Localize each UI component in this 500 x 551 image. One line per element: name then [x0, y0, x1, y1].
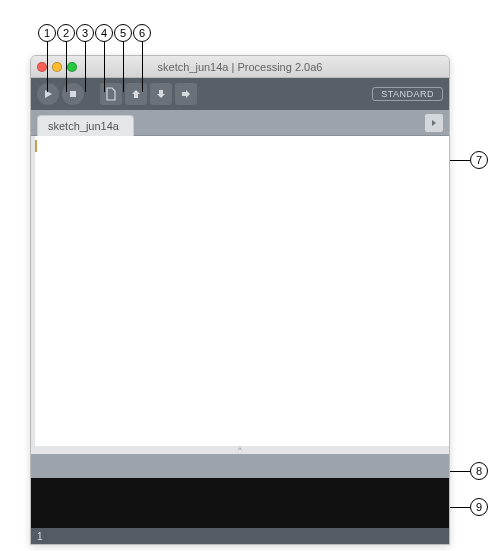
tab-sketch[interactable]: sketch_jun14a: [37, 115, 134, 136]
message-area: [31, 454, 449, 478]
arrow-down-icon: [155, 88, 167, 100]
arrow-up-icon: [130, 88, 142, 100]
svg-rect-1: [70, 91, 76, 97]
zoom-window-button[interactable]: [67, 62, 77, 72]
close-window-button[interactable]: [37, 62, 47, 72]
window-title: sketch_jun14a | Processing 2.0a6: [31, 61, 449, 73]
stop-icon: [68, 89, 78, 99]
traffic-lights: [37, 62, 77, 72]
editor-caret: [35, 140, 37, 152]
document-icon: [105, 87, 117, 101]
leader-2: [66, 42, 67, 92]
callout-5: 5: [114, 24, 132, 42]
splitter-handle[interactable]: ^: [31, 446, 449, 454]
chevron-right-icon: [429, 118, 439, 128]
mode-button[interactable]: STANDARD: [372, 87, 443, 101]
leader-9: [450, 507, 470, 508]
titlebar: sketch_jun14a | Processing 2.0a6: [31, 56, 449, 78]
arrow-right-icon: [180, 88, 192, 100]
callout-6: 6: [133, 24, 151, 42]
play-icon: [43, 89, 53, 99]
open-button[interactable]: [125, 83, 147, 105]
line-number-indicator: 1: [37, 531, 43, 542]
leader-6: [142, 42, 143, 92]
callout-4: 4: [95, 24, 113, 42]
callout-2: 2: [57, 24, 75, 42]
minimize-window-button[interactable]: [52, 62, 62, 72]
leader-4: [104, 42, 105, 92]
toolbar: STANDARD: [31, 78, 449, 110]
text-editor[interactable]: [31, 136, 449, 446]
save-button[interactable]: [150, 83, 172, 105]
status-bar: 1: [31, 528, 449, 544]
tab-bar: sketch_jun14a: [31, 110, 449, 136]
leader-7: [450, 160, 470, 161]
callout-7: 7: [470, 151, 488, 169]
tab-menu-button[interactable]: [425, 114, 443, 132]
leader-1: [47, 42, 48, 92]
callout-9: 9: [470, 498, 488, 516]
callout-3: 3: [76, 24, 94, 42]
processing-window: sketch_jun14a | Processing 2.0a6 STANDAR…: [30, 55, 450, 545]
tab-label: sketch_jun14a: [48, 120, 119, 132]
leader-3: [85, 42, 86, 92]
leader-8: [450, 471, 470, 472]
console: [31, 478, 449, 528]
run-button[interactable]: [37, 83, 59, 105]
leader-5: [123, 42, 124, 92]
callout-8: 8: [470, 462, 488, 480]
callout-1: 1: [38, 24, 56, 42]
export-button[interactable]: [175, 83, 197, 105]
